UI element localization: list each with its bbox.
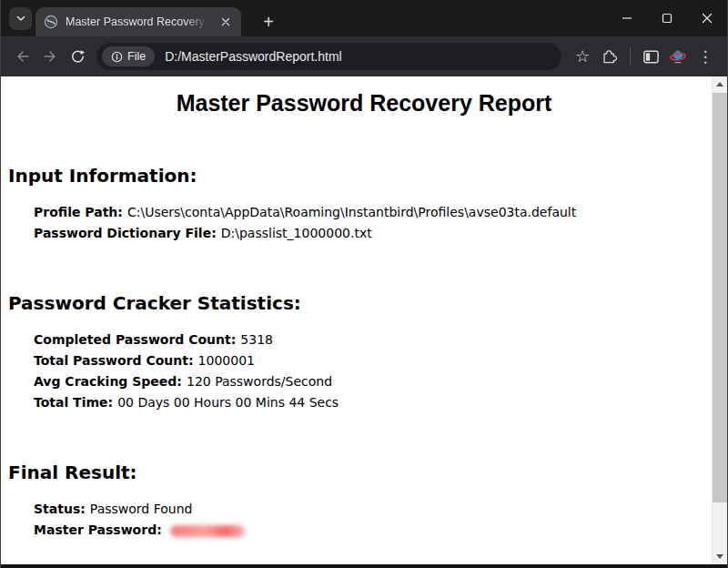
colored-extension-icon: [669, 47, 687, 66]
minimize-icon: [622, 13, 632, 24]
window-close-icon: [702, 13, 713, 24]
tab-close-icon[interactable]: [218, 15, 233, 29]
report-line-profile-path: Profile Path:C:\Users\conta\AppData\Roam…: [34, 202, 727, 223]
line-value: 1000001: [198, 353, 255, 368]
window-bottom-edge: [1, 564, 727, 568]
scroll-up-button[interactable]: [713, 76, 727, 92]
line-value: Password Found: [90, 502, 193, 516]
section-final-result: Final Result: Status:Password Found Mast…: [1, 462, 727, 541]
line-value: 00 Days 00 Hours 00 Mins 44 Secs: [117, 395, 339, 410]
line-label: Total Password Count:: [34, 353, 194, 368]
url-text: D:/MasterPasswordReport.html: [165, 49, 342, 64]
line-value: D:\passlist_1000000.txt: [221, 226, 372, 240]
vertical-scrollbar[interactable]: [712, 76, 727, 564]
address-bar[interactable]: File D:/MasterPasswordReport.html: [96, 43, 561, 70]
line-label: Master Password:: [34, 522, 162, 537]
page-title: Master Password Recovery Report: [1, 90, 727, 117]
side-panel-button[interactable]: [637, 43, 664, 70]
line-label: Profile Path:: [34, 205, 123, 219]
report-line-avg-speed: Avg Cracking Speed:120 Passwords/Second: [34, 371, 727, 392]
line-label: Completed Password Count:: [34, 332, 236, 347]
maximize-icon: [662, 13, 672, 24]
toolbar: File D:/MasterPasswordReport.html ☆: [1, 36, 727, 76]
scroll-down-button[interactable]: [713, 549, 727, 564]
page-content: Master Password Recovery Report Input In…: [1, 76, 727, 564]
browser-window: Master Password Recovery Report +: [0, 0, 728, 568]
puzzle-icon: [602, 48, 619, 66]
minimize-button[interactable]: [607, 0, 647, 36]
info-icon: [111, 51, 123, 63]
forward-arrow-icon: [42, 48, 58, 65]
section-heading: Input Information:: [8, 165, 727, 187]
reload-icon: [69, 48, 86, 65]
section-heading: Password Cracker Statistics:: [8, 292, 727, 314]
report-line-total-count: Total Password Count:1000001: [34, 350, 727, 371]
browser-tab[interactable]: Master Password Recovery Report: [35, 7, 241, 36]
extensions-button[interactable]: [596, 43, 623, 70]
line-label: Avg Cracking Speed:: [34, 374, 182, 389]
side-panel-icon: [642, 48, 660, 66]
bookmark-star-icon: ☆: [575, 48, 590, 65]
report-line-total-time: Total Time:00 Days 00 Hours 00 Mins 44 S…: [34, 392, 727, 413]
chevron-down-icon: [15, 13, 26, 24]
toolbar-divider: [630, 47, 631, 66]
window-close-button[interactable]: [687, 0, 727, 36]
new-tab-button[interactable]: +: [256, 9, 281, 35]
browser-menu-button[interactable]: ⋮: [692, 43, 719, 70]
file-scheme-chip[interactable]: File: [102, 46, 155, 66]
forward-button[interactable]: [36, 43, 64, 70]
report-line-master-password: Master Password:: [34, 520, 727, 541]
line-label: Total Time:: [34, 395, 113, 410]
bookmark-button[interactable]: ☆: [569, 43, 596, 70]
line-value: 5318: [240, 332, 273, 347]
report: Master Password Recovery Report Input In…: [1, 76, 727, 541]
tab-search-button[interactable]: [9, 7, 32, 30]
colored-extension-button[interactable]: [664, 43, 692, 70]
globe-favicon-icon: [44, 15, 58, 29]
scroll-up-arrow-icon: [716, 82, 723, 86]
back-button[interactable]: [9, 43, 36, 70]
scrollbar-thumb[interactable]: [713, 93, 727, 502]
line-value: 120 Passwords/Second: [187, 374, 332, 389]
titlebar: Master Password Recovery Report +: [1, 0, 727, 36]
section-input-information: Input Information: Profile Path:C:\Users…: [1, 165, 727, 244]
section-heading: Final Result:: [8, 462, 727, 483]
report-line-status: Status:Password Found: [34, 499, 727, 520]
line-value: C:\Users\conta\AppData\Roaming\Instantbi…: [127, 205, 576, 219]
reload-button[interactable]: [64, 43, 91, 70]
tab-title: Master Password Recovery Report: [66, 15, 211, 28]
back-arrow-icon: [15, 48, 31, 65]
report-line-dictionary-file: Password Dictionary File:D:\passlist_100…: [34, 223, 727, 244]
kebab-menu-icon: ⋮: [698, 49, 713, 65]
redacted-master-password: [170, 525, 245, 537]
maximize-button[interactable]: [647, 0, 687, 36]
line-label: Password Dictionary File:: [34, 226, 217, 240]
section-cracker-statistics: Password Cracker Statistics: Completed P…: [1, 292, 727, 413]
window-controls: [607, 0, 727, 36]
scroll-down-arrow-icon: [716, 554, 723, 559]
line-label: Status:: [34, 502, 86, 516]
chip-label: File: [127, 50, 146, 63]
report-line-completed-count: Completed Password Count:5318: [34, 330, 727, 350]
